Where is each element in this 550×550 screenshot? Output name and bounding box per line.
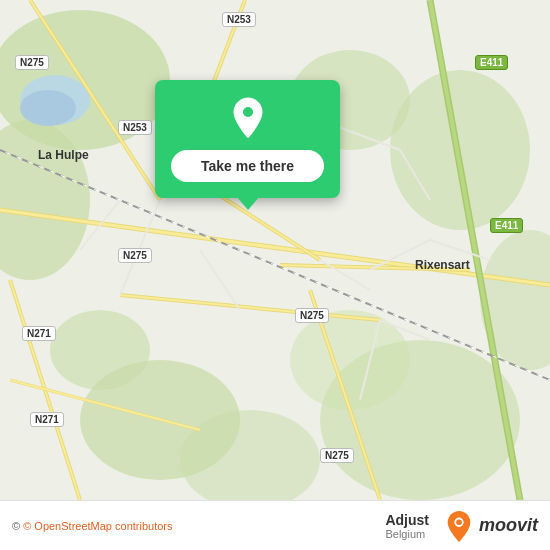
road-label-n271-bot: N271 bbox=[30, 412, 64, 427]
road-label-n275-bot: N275 bbox=[320, 448, 354, 463]
svg-point-47 bbox=[243, 107, 253, 117]
svg-point-12 bbox=[20, 90, 76, 126]
moovit-pin-icon bbox=[445, 510, 473, 542]
app-title: Adjust bbox=[385, 512, 429, 528]
map-card: Take me there bbox=[155, 80, 340, 198]
moovit-logo: moovit bbox=[445, 510, 538, 542]
map-svg bbox=[0, 0, 550, 500]
moovit-text-label: moovit bbox=[479, 515, 538, 536]
app-subtitle: Belgium bbox=[385, 528, 425, 540]
svg-point-49 bbox=[456, 519, 462, 525]
road-label-e411-top: E411 bbox=[475, 55, 508, 70]
app-info: Adjust Belgium bbox=[385, 512, 429, 540]
road-label-n275-top: N275 bbox=[15, 55, 49, 70]
openstreetmap-link[interactable]: © OpenStreetMap contributors bbox=[23, 520, 172, 532]
copyright-text: © © OpenStreetMap contributors bbox=[12, 520, 173, 532]
bottom-bar: © © OpenStreetMap contributors Adjust Be… bbox=[0, 500, 550, 550]
place-label-lahulpe: La Hulpe bbox=[38, 148, 89, 162]
road-label-n271-left: N271 bbox=[22, 326, 56, 341]
map-container: N275 N253 N253 E411 E411 N275 N271 N271 … bbox=[0, 0, 550, 500]
place-label-rixensart: Rixensart bbox=[415, 258, 470, 272]
road-label-n253-left: N253 bbox=[118, 120, 152, 135]
take-me-there-button[interactable]: Take me there bbox=[171, 150, 324, 182]
road-label-n275-botmid: N275 bbox=[295, 308, 329, 323]
road-label-n275-mid: N275 bbox=[118, 248, 152, 263]
svg-point-9 bbox=[50, 310, 150, 390]
road-label-e411-mid: E411 bbox=[490, 218, 523, 233]
location-pin-icon bbox=[226, 96, 270, 140]
road-label-n253-top: N253 bbox=[222, 12, 256, 27]
